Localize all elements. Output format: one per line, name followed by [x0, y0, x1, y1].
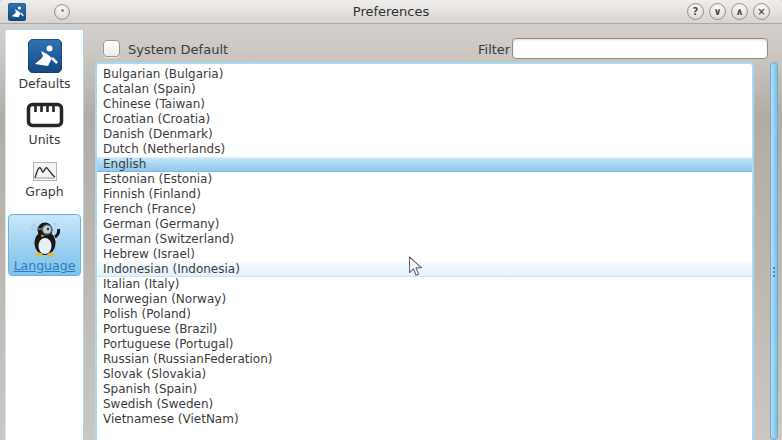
list-item[interactable]: Russian (RussianFederation): [97, 352, 752, 367]
list-item-label: Catalan (Spain): [103, 82, 196, 96]
list-item[interactable]: German (Germany): [97, 217, 752, 232]
shade-button[interactable]: ∨: [709, 3, 726, 20]
diver-icon: [28, 39, 62, 73]
list-item[interactable]: Croatian (Croatia): [97, 112, 752, 127]
sidebar-item-label: Graph: [6, 184, 83, 199]
vertical-scrollbar[interactable]: [770, 62, 778, 440]
list-item[interactable]: Dutch (Netherlands): [97, 142, 752, 157]
list-item-label: Portuguese (Brazil): [103, 322, 217, 336]
list-item[interactable]: Spanish (Spain): [97, 382, 752, 397]
keep-above-button[interactable]: ∧: [731, 3, 748, 20]
sidebar-item-label: Language: [9, 258, 80, 273]
list-item[interactable]: French (France): [97, 202, 752, 217]
list-item-label: Danish (Denmark): [103, 127, 213, 141]
list-item[interactable]: Vietnamese (VietNam): [97, 412, 752, 427]
list-item-label: Italian (Italy): [103, 277, 179, 291]
list-item[interactable]: Estonian (Estonia): [97, 172, 752, 187]
list-item-label: Chinese (Taiwan): [103, 97, 205, 111]
list-item-label: Estonian (Estonia): [103, 172, 212, 186]
list-item[interactable]: Chinese (Taiwan): [97, 97, 752, 112]
list-item[interactable]: Portuguese (Portugal): [97, 337, 752, 352]
titlebar[interactable]: Preferences ? ∨ ∧ ×: [0, 0, 782, 24]
list-item[interactable]: Portuguese (Brazil): [97, 322, 752, 337]
list-item-label: Swedish (Sweden): [103, 397, 213, 411]
sidebar-item-defaults[interactable]: Defaults: [6, 39, 83, 91]
preferences-window: Preferences ? ∨ ∧ × Defaults: [0, 0, 782, 440]
filter-input[interactable]: [512, 38, 768, 59]
close-button[interactable]: ×: [753, 3, 770, 20]
list-item-label: Bulgarian (Bulgaria): [103, 67, 223, 81]
list-item[interactable]: German (Switzerland): [97, 232, 752, 247]
list-item-label: Finnish (Finland): [103, 187, 201, 201]
preferences-sidebar: Defaults Units Graph: [5, 29, 84, 440]
list-item-label: Portuguese (Portugal): [103, 337, 234, 351]
list-item[interactable]: Hebrew (Israel): [97, 247, 752, 262]
sidebar-item-label: Units: [6, 132, 83, 147]
list-item[interactable]: Bulgarian (Bulgaria): [97, 67, 752, 82]
list-item[interactable]: Indonesian (Indonesia): [97, 262, 752, 277]
list-item-label: Slovak (Slovakia): [103, 367, 206, 381]
list-item[interactable]: Catalan (Spain): [97, 82, 752, 97]
window-title: Preferences: [0, 4, 782, 19]
list-item[interactable]: Polish (Poland): [97, 307, 752, 322]
system-default-label: System Default: [128, 42, 228, 57]
list-item-label: Russian (RussianFederation): [103, 352, 272, 366]
list-item[interactable]: Slovak (Slovakia): [97, 367, 752, 382]
scrollbar-grip-icon: [773, 267, 775, 279]
list-item[interactable]: Norwegian (Norway): [97, 292, 752, 307]
list-item-label: Spanish (Spain): [103, 382, 197, 396]
list-item[interactable]: English: [97, 157, 752, 172]
help-button[interactable]: ?: [687, 3, 704, 20]
list-item-label: Croatian (Croatia): [103, 112, 210, 126]
sidebar-item-graph[interactable]: Graph: [6, 162, 83, 199]
list-item-label: German (Germany): [103, 217, 219, 231]
ruler-icon: [26, 102, 64, 129]
list-item-label: Dutch (Netherlands): [103, 142, 225, 156]
list-item-label: Indonesian (Indonesia): [103, 262, 240, 276]
list-item-label: Vietnamese (VietNam): [103, 412, 239, 426]
list-item-label: English: [103, 157, 146, 171]
list-item[interactable]: Danish (Denmark): [97, 127, 752, 142]
filter-label: Filter: [478, 42, 510, 57]
sidebar-item-units[interactable]: Units: [6, 102, 83, 147]
list-item[interactable]: Italian (Italy): [97, 277, 752, 292]
sidebar-item-language[interactable]: Language: [8, 214, 81, 276]
dive-profile-icon: [33, 162, 57, 181]
list-item-label: Hebrew (Israel): [103, 247, 195, 261]
sidebar-item-label: Defaults: [6, 76, 83, 91]
list-item[interactable]: Finnish (Finland): [97, 187, 752, 202]
system-default-checkbox[interactable]: [103, 40, 120, 57]
list-item-label: Polish (Poland): [103, 307, 191, 321]
list-item-label: French (France): [103, 202, 196, 216]
list-item[interactable]: Swedish (Sweden): [97, 397, 752, 412]
language-list: Bulgarian (Bulgaria) Catalan (Spain) Chi…: [95, 62, 754, 440]
list-item-label: Norwegian (Norway): [103, 292, 226, 306]
list-item-label: German (Switzerland): [103, 232, 234, 246]
scuba-penguin-icon: [25, 219, 65, 257]
